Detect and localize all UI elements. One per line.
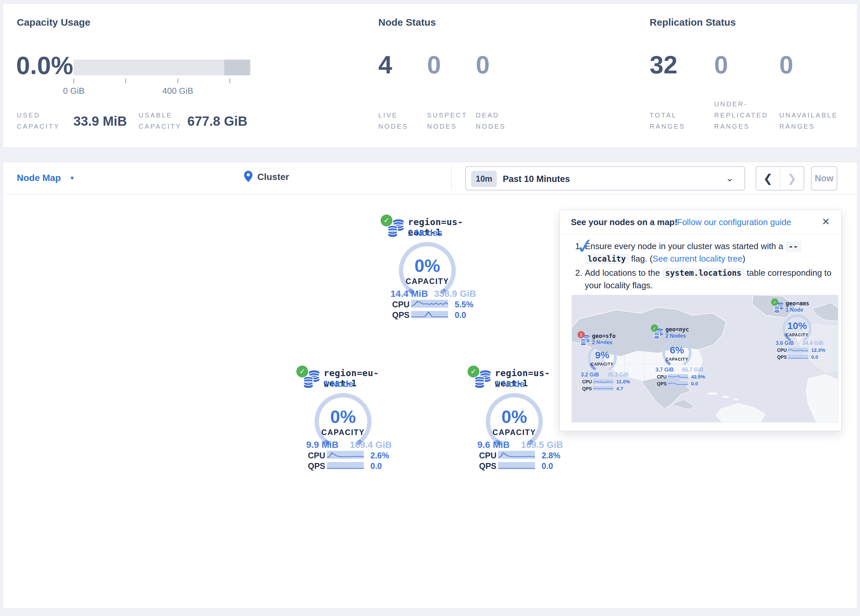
region-card-eu-west-1[interactable]: ✓ region=eu-west-1 1 Node 0% CAPACITY 9.… [294,363,402,472]
cpu-sparkline [498,451,535,459]
time-back-button[interactable]: ❮ [756,167,780,190]
dropdown-caret-icon: ▼ [69,175,75,181]
location-pin-icon [244,171,253,183]
qps-sparkline [411,311,448,318]
qps-label: QPS [308,461,325,471]
time-range-badge: 10m [471,171,497,187]
gauge-capacity-label: CAPACITY [394,277,460,286]
unavailable-ranges-label: UNAVAILABLE RANGES [779,110,845,132]
map-node-ams[interactable]: ✓ geo=ams 1 Node 10% CAPACITY 3.6 GiB 34… [771,298,827,364]
popup-instructions: ✓ Ensure every node in your cluster was … [575,240,832,294]
live-nodes-label: LIVE NODES [378,110,418,132]
cpu-label: CPU [479,451,496,460]
qps-sparkline [498,462,535,469]
dead-nodes-count: 0 [476,52,490,77]
cpu-label: CPU [308,451,325,460]
total-capacity: 65.7 GiB [679,367,703,373]
cpu-sparkline [327,451,364,459]
cpu-label: CPU [582,379,592,384]
cpu-sparkline [593,379,614,384]
view-toolbar: Node Map ▼ Cluster 10m Past 10 Minutes ⌄… [3,162,857,194]
config-step-2: Add locations to the system.locations ta… [585,267,832,292]
qps-sparkline [668,381,688,386]
step-complete-check-icon: ✓ [574,230,595,262]
capacity-axis-tick [229,78,230,83]
qps-label: QPS [479,461,496,471]
capacity-axis-tick [177,78,178,83]
cpu-label: CPU [657,374,667,379]
qps-sparkline [788,354,808,359]
time-range-label: Past 10 Minutes [503,174,570,184]
cpu-value: 11.0% [616,379,630,384]
cpu-label: CPU [777,348,787,353]
see-locality-tree-link[interactable]: See current locality tree [653,254,742,263]
gauge-percent: 0% [310,408,376,425]
cpu-value: 42.5% [691,374,705,379]
suspect-nodes-label: SUSPECT NODES [427,110,473,132]
used-capacity: 3.2 GiB [581,372,599,378]
map-configuration-popup: See your nodes on a map! Follow our conf… [559,210,841,431]
database-icon [474,370,491,390]
qps-value: 0.0 [370,461,382,471]
close-icon[interactable]: ✕ [822,216,830,227]
cpu-sparkline [411,300,448,308]
usable-capacity-value: 677.8 GiB [187,114,247,129]
gauge-capacity-label: CAPACITY [310,428,376,437]
now-button[interactable]: Now [811,166,837,191]
used-capacity: 3.7 GiB [656,367,674,373]
map-node-name: geo=sfo [592,333,616,339]
unavailable-ranges-count: 0 [779,52,793,77]
popup-title: See your nodes on a map! [571,217,678,227]
map-node-name: geo=ams [786,300,809,307]
region-card-us-east-1[interactable]: ✓ region=us-east-1 2 Nodes 0% CAPACITY 1… [378,212,486,321]
capacity-bar [74,60,251,75]
capacity-usage-percent: 0.0% [16,53,73,78]
config-step-1: Ensure every node in your cluster was st… [585,240,832,265]
used-capacity-value: 33.9 MiB [74,114,127,129]
gauge-percent: 10% [781,321,814,331]
region-card-us-west-1[interactable]: ✓ region=us-west-1 1 Node 0% CAPACITY 9.… [465,363,574,472]
qps-value: 0.0 [691,381,698,386]
cpu-sparkline [788,348,808,353]
capacity-axis-label-0: 0 GiB [49,86,99,96]
dead-nodes-label: DEAD NODES [476,110,515,132]
cpu-label: CPU [392,300,410,309]
region-node-count: 2 Nodes [408,228,443,238]
gauge-capacity-label: CAPACITY [661,357,694,362]
live-nodes-count: 4 [378,52,392,77]
map-node-name: geo=nyc [665,326,689,333]
capacity-axis-label-400: 400 GiB [153,86,202,96]
breadcrumb[interactable]: Cluster [244,171,289,183]
view-selector-dropdown[interactable]: Node Map ▼ [17,173,75,183]
view-selector-label: Node Map [17,173,61,183]
time-range-selector[interactable]: 10m Past 10 Minutes ⌄ [465,166,745,191]
gauge-capacity-label: CAPACITY [586,362,619,367]
used-capacity: 9.9 MiB [306,440,339,450]
database-icon [303,370,320,390]
time-step-arrows: ❮ ❯ [756,166,804,191]
toolbar-divider [451,166,452,190]
cpu-value: 12.3% [811,347,825,353]
region-node-count: 1 Node [495,379,524,389]
breadcrumb-label: Cluster [257,172,289,182]
used-capacity: 14.4 MiB [391,288,428,299]
configuration-guide-link[interactable]: Follow our configuration guide [677,217,791,227]
locality-flag-code: -- [786,241,801,252]
chevron-down-icon: ⌄ [726,172,734,183]
cpu-value: 2.6% [370,451,389,460]
gauge-capacity-label: CAPACITY [481,428,547,437]
gauge-percent: 9% [586,350,619,360]
total-ranges-label: TOTAL RANGES [650,110,696,132]
under-replicated-label: UNDER-REPLICATED RANGES [714,99,778,132]
usable-capacity-label: USABLE CAPACITY [139,110,191,132]
map-node-nyc[interactable]: ✓ geo=nyc 2 Nodes 6% CAPACITY 3.7 GiB 65… [651,324,707,390]
time-forward-button[interactable]: ❯ [780,167,804,190]
capacity-axis-tick [126,78,126,83]
qps-sparkline [327,462,364,469]
map-node-sfo[interactable]: 1 geo=sfo 2 Nodes 9% CAPACITY 3.2 GiB 35… [578,331,634,397]
system-locations-code: system.locations [662,268,744,278]
qps-sparkline [593,386,614,390]
qps-label: QPS [777,354,787,360]
database-icon [387,219,404,239]
capacity-axis-tick [74,78,74,83]
